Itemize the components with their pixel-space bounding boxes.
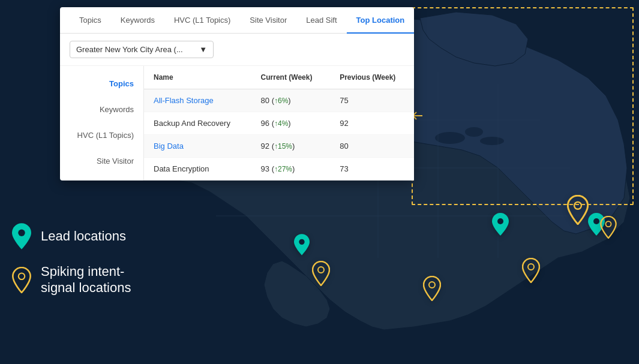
- trend-icon: ↑4%: [274, 119, 288, 128]
- dashed-selection-box: [412, 7, 634, 205]
- svg-point-14: [318, 267, 324, 273]
- trend-icon: ↑27%: [274, 165, 292, 173]
- row-name: Data Encryption: [144, 158, 251, 181]
- svg-point-16: [528, 264, 534, 270]
- top-location-panel: Topics Keywords HVC (L1 Topics) Site Vis…: [60, 7, 414, 181]
- svg-point-19: [18, 230, 25, 236]
- row-current: 92 (↑15%): [251, 135, 331, 158]
- row-name: Big Data: [144, 135, 251, 158]
- tab-bar: Topics Keywords HVC (L1 Topics) Site Vis…: [60, 7, 414, 34]
- row-previous: 92: [330, 112, 414, 135]
- tab-top-location[interactable]: Top Location: [347, 7, 415, 33]
- svg-point-11: [593, 218, 599, 224]
- teal-pin-2: [492, 213, 509, 238]
- data-table-container: Name Current (Week) Previous (Week) All-…: [144, 66, 414, 181]
- sidebar-item-hvc[interactable]: HVC (L1 Topics): [60, 122, 143, 148]
- yellow-pin-2: [423, 276, 441, 303]
- content-area: Topics Keywords HVC (L1 Topics) Site Vis…: [60, 66, 414, 181]
- yellow-pin-1: [312, 261, 330, 288]
- tab-topics[interactable]: Topics: [70, 7, 111, 33]
- table-row: Data Encryption 93 (↑27%) 73: [144, 158, 414, 181]
- trend-icon: ↑15%: [274, 142, 292, 151]
- row-current: 96 (↑4%): [251, 112, 331, 135]
- row-previous: 75: [330, 89, 414, 112]
- svg-point-17: [574, 202, 581, 209]
- sidebar-item-keywords[interactable]: Keywords: [60, 97, 143, 122]
- tab-hvc[interactable]: HVC (L1 Topics): [164, 7, 240, 33]
- teal-pin-3: [294, 234, 310, 258]
- col-name: Name: [144, 66, 251, 89]
- table-row: All-Flash Storage 80 (↑6%) 75: [144, 89, 414, 112]
- spiking-locations-label: Spiking intent-signal locations: [41, 264, 131, 296]
- row-previous: 80: [330, 135, 414, 158]
- svg-point-13: [299, 239, 304, 245]
- sidebar-nav: Topics Keywords HVC (L1 Topics) Site Vis…: [60, 66, 144, 181]
- tab-site-visitor[interactable]: Site Visitor: [240, 7, 296, 33]
- svg-point-15: [429, 282, 435, 288]
- location-dropdown-row: Greater New York City Area (... ▼: [60, 34, 414, 66]
- svg-point-12: [497, 218, 503, 224]
- chevron-down-icon: ▼: [199, 45, 207, 54]
- yellow-pin-3: [522, 258, 540, 285]
- location-dropdown[interactable]: Greater New York City Area (... ▼: [70, 41, 214, 58]
- location-dropdown-value: Greater New York City Area (...: [76, 45, 183, 54]
- row-name: Backup And Recovery: [144, 112, 251, 135]
- yellow-pin-5: [600, 216, 617, 241]
- topics-table: Name Current (Week) Previous (Week) All-…: [144, 66, 414, 181]
- row-current: 80 (↑6%): [251, 89, 331, 112]
- svg-point-18: [605, 221, 611, 227]
- tab-keywords[interactable]: Keywords: [111, 7, 164, 33]
- tab-lead-sift[interactable]: Lead Sift: [296, 7, 346, 33]
- col-current: Current (Week): [251, 66, 331, 89]
- yellow-pin-4: [567, 195, 589, 227]
- legend-spiking-locations: Spiking intent-signal locations: [12, 264, 131, 296]
- spiking-location-icon: [12, 267, 31, 293]
- legend-lead-locations: Lead locations: [12, 223, 131, 249]
- lead-locations-label: Lead locations: [41, 228, 126, 244]
- lead-location-icon: [12, 223, 31, 249]
- map-legend: Lead locations Spiking intent-signal loc…: [12, 223, 131, 310]
- sidebar-item-site-visitor[interactable]: Site Visitor: [60, 148, 143, 174]
- row-name: All-Flash Storage: [144, 89, 251, 112]
- sidebar-item-topics[interactable]: Topics: [60, 71, 143, 97]
- svg-point-20: [19, 273, 25, 279]
- table-row: Big Data 92 (↑15%) 80: [144, 135, 414, 158]
- row-previous: 73: [330, 158, 414, 181]
- row-current: 93 (↑27%): [251, 158, 331, 181]
- table-row: Backup And Recovery 96 (↑4%) 92: [144, 112, 414, 135]
- trend-icon: ↑6%: [274, 97, 288, 105]
- col-previous: Previous (Week): [330, 66, 414, 89]
